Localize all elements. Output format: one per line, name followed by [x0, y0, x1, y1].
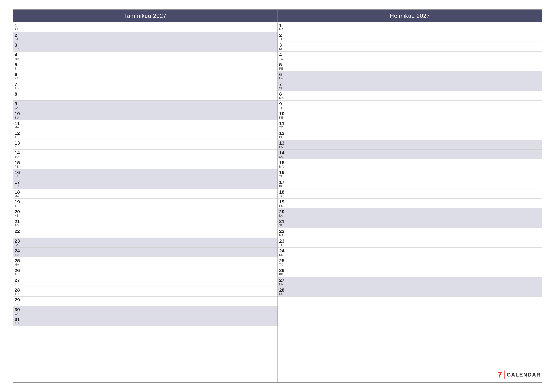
logo-number: 7	[497, 370, 502, 379]
day-name: SU	[15, 253, 19, 257]
day-row: 26 TI	[13, 267, 278, 277]
day-row: 2 TI	[278, 32, 542, 42]
day-name: PE	[279, 136, 283, 139]
day-row: 17 KE	[278, 179, 542, 189]
day-number-col: 2 TI	[279, 33, 290, 41]
february-days: 1 MA 2 TI 3 KE 4 TO 5 PE	[278, 22, 542, 382]
day-number-col: 11 MA	[15, 121, 26, 129]
day-number-col: 7 TO	[15, 82, 26, 90]
day-number-col: 13 KE	[15, 140, 26, 149]
page: Tammikuu 2027 1 PE 2 LA 3 SU 4 MA	[0, 0, 555, 392]
day-number: 13	[15, 140, 20, 146]
day-name: PE	[279, 273, 283, 276]
day-number: 17	[15, 179, 20, 185]
day-number-col: 26 TI	[15, 268, 26, 276]
day-name: MA	[279, 97, 284, 100]
january-calendar: Tammikuu 2027 1 PE 2 LA 3 SU 4 MA	[13, 10, 278, 382]
day-row: 7 SU	[278, 81, 542, 91]
day-number-col: 2 LA	[15, 33, 26, 41]
day-name: TI	[279, 243, 282, 247]
day-name: SU	[279, 224, 284, 227]
day-number: 20	[279, 209, 285, 214]
day-row: 4 MA	[13, 51, 278, 61]
day-name: KE	[15, 77, 19, 80]
day-number-col: 6 KE	[15, 72, 26, 80]
day-number-col: 8 MA	[279, 91, 290, 100]
day-number: 8	[15, 91, 17, 97]
day-row: 10 SU	[13, 110, 278, 120]
day-row: 5 TI	[13, 61, 278, 71]
day-number-col: 15 MA	[279, 160, 290, 168]
day-number-col: 22 MA	[279, 228, 290, 237]
day-row: 30 LA	[13, 306, 278, 316]
day-number-col: 9 LA	[15, 101, 26, 110]
day-number-col: 31 SU	[15, 317, 26, 325]
day-name: LA	[279, 214, 283, 217]
day-row: 29 PE	[13, 297, 278, 306]
day-number: 14	[279, 150, 285, 155]
day-name: TI	[15, 273, 17, 276]
day-row: 3 KE	[278, 42, 542, 51]
day-number: 26	[15, 268, 20, 273]
day-name: TO	[279, 263, 284, 266]
day-row: 21 SU	[278, 218, 542, 228]
day-number-col: 20 LA	[279, 209, 290, 217]
day-name: KE	[279, 253, 283, 257]
day-row: 8 MA	[278, 91, 542, 100]
day-number: 17	[279, 179, 285, 185]
day-number: 23	[279, 238, 285, 243]
january-title: Tammikuu 2027	[124, 13, 166, 19]
day-number-col: 18 TO	[279, 189, 290, 198]
day-number-col: 21 TO	[15, 219, 26, 227]
day-number: 16	[279, 170, 285, 175]
day-row: 15 MA	[278, 159, 542, 169]
day-number: 25	[279, 258, 285, 263]
day-number: 23	[15, 238, 20, 243]
day-row: 16 TI	[278, 169, 542, 179]
january-days: 1 PE 2 LA 3 SU 4 MA 5 TI	[13, 22, 278, 382]
day-row: 27 KE	[13, 277, 278, 287]
january-header: Tammikuu 2027	[13, 10, 278, 22]
day-number-col: 6 LA	[279, 72, 290, 80]
day-row: 18 TO	[278, 189, 542, 199]
day-name: TI	[279, 175, 282, 178]
day-name: SU	[279, 87, 284, 90]
day-number-col: 1 PE	[15, 23, 26, 31]
february-title: Helmikuu 2027	[390, 13, 430, 19]
day-number-col: 21 SU	[279, 219, 290, 227]
day-name: PE	[15, 165, 19, 168]
day-row: 24 KE	[278, 248, 542, 257]
day-number: 29	[15, 297, 20, 302]
day-number: 7	[15, 82, 17, 87]
day-number-col: 23 LA	[15, 238, 26, 247]
day-name: LA	[279, 146, 283, 149]
day-number-col: 17 KE	[279, 179, 290, 188]
day-name: MA	[279, 165, 284, 168]
day-number: 10	[15, 111, 20, 116]
day-row: 26 PE	[278, 267, 542, 277]
day-name: MA	[279, 234, 284, 237]
day-row: 11 TO	[278, 120, 542, 130]
day-number: 16	[15, 170, 20, 175]
day-name: TI	[15, 204, 17, 207]
day-number: 31	[15, 317, 20, 322]
day-number-col: 28 TO	[15, 287, 26, 296]
day-name: TO	[15, 224, 19, 227]
day-number-col: 3 KE	[279, 42, 290, 51]
day-row: 14 TO	[13, 150, 278, 159]
day-name: TI	[15, 67, 17, 70]
day-name: SU	[279, 155, 284, 158]
day-name: LA	[15, 38, 18, 41]
day-row: 16 LA	[13, 169, 278, 179]
day-number: 1	[279, 23, 282, 28]
day-number: 2	[279, 33, 282, 38]
day-name: PE	[15, 234, 19, 237]
day-row: 25 MA	[13, 257, 278, 267]
day-number-col: 9 TI	[279, 101, 290, 110]
day-name: LA	[15, 243, 18, 247]
day-row: 11 MA	[13, 120, 278, 130]
day-number: 20	[15, 209, 20, 214]
day-number: 12	[279, 131, 285, 136]
february-calendar: Helmikuu 2027 1 MA 2 TI 3 KE 4 TO	[278, 10, 542, 382]
day-number: 6	[279, 72, 282, 77]
